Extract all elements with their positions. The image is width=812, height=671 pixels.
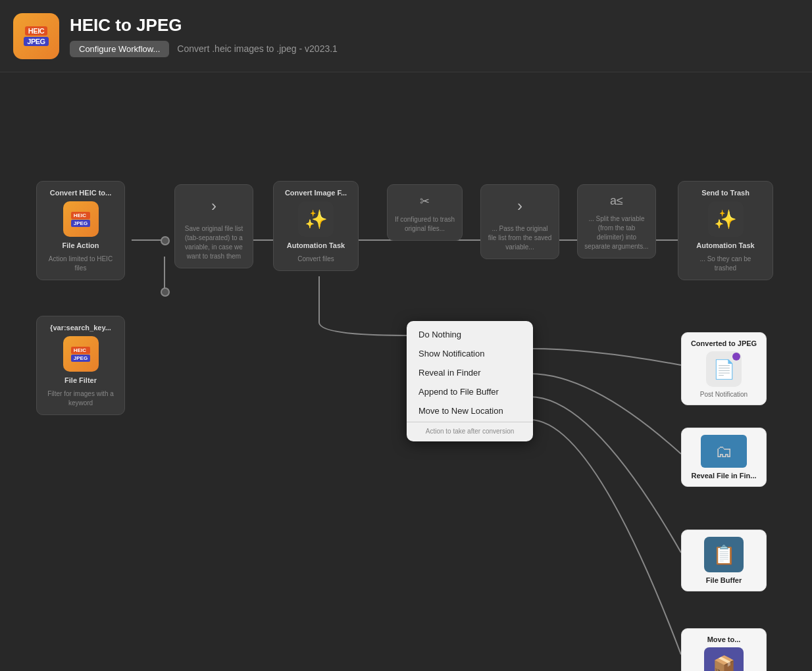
send-to-trash-icon: ✨ [708, 201, 744, 237]
filter-heic-jpeg-mini-icon: HEIC JPEG [71, 347, 90, 362]
convert-heic-title: Convert HEIC to... [50, 188, 112, 197]
save-variable-desc: Save original file list (tab-separated) … [182, 224, 246, 261]
header: HEIC JPEG HEIC to JPEG Configure Workflo… [0, 0, 812, 72]
post-notification-node[interactable]: Converted to JPEG 📄 Post Notification [681, 332, 767, 405]
header-text: HEIC to JPEG Configure Workflow... Conve… [70, 15, 338, 57]
if-configured-desc: If configured to trash original files... [394, 215, 455, 234]
app-icon: HEIC JPEG [13, 13, 59, 59]
file-buffer-node[interactable]: 📋 File Buffer [681, 530, 767, 591]
send-to-trash-type: Automation Task [696, 241, 754, 250]
convert-image-node[interactable]: Convert Image F... ✨ Automation Task Con… [273, 181, 359, 271]
split-variable-node[interactable]: a≤ ... Split the variable (from the tab … [577, 184, 656, 259]
notification-badge [732, 353, 740, 360]
split-variable-desc: ... Split the variable (from the tab del… [584, 214, 649, 251]
convert-image-desc: Convert files [297, 255, 334, 264]
action-dropdown[interactable]: Do Nothing Show Notification Reveal in F… [407, 321, 533, 441]
move-alfred-node[interactable]: Move to... 📦 Action in Alfred [681, 628, 767, 671]
header-sub: Configure Workflow... Convert .heic imag… [70, 41, 338, 57]
connection-dot-1 [161, 236, 170, 245]
move-alfred-title: Move to... [707, 635, 741, 643]
heic-jpeg-mini-icon: HEIC JPEG [71, 212, 90, 227]
app-icon-jpeg-label: JPEG [24, 37, 48, 46]
convert-image-icon: ✨ [298, 201, 334, 237]
post-notification-icon: 📄 [706, 351, 742, 387]
file-buffer-icon: 📋 [704, 537, 744, 572]
reveal-finder-icon: 🗂 [701, 435, 747, 468]
file-filter-desc: Filter for images with a keyword [45, 389, 117, 408]
reveal-finder-node[interactable]: 🗂 Reveal File in Fin... [681, 428, 767, 487]
scissors-icon: ✂ [417, 191, 432, 211]
file-filter-var-title: {var:search_key... [50, 323, 111, 332]
pass-original-desc: ... Pass the original file list from the… [488, 224, 552, 252]
app-icon-heic-label: HEIC [25, 26, 47, 36]
send-to-trash-desc: ... So they can be trashed [690, 255, 762, 273]
connection-dot-2 [161, 287, 170, 297]
convert-heic-type: File Action [63, 241, 99, 250]
dropdown-item-show-notification[interactable]: Show Notification [407, 344, 533, 363]
convert-image-type: Automation Task [287, 241, 345, 250]
header-description: Convert .heic images to .jpeg - v2023.1 [177, 43, 338, 54]
send-to-trash-node[interactable]: Send to Trash ✨ Automation Task ... So t… [678, 181, 773, 280]
split-icon: a≤ [607, 191, 626, 211]
post-notification-sub: Post Notification [700, 391, 748, 398]
header-title: HEIC to JPEG [70, 15, 338, 36]
reveal-finder-title: Reveal File in Fin... [691, 472, 756, 480]
convert-image-title: Convert Image F... [285, 188, 347, 197]
dropdown-item-do-nothing[interactable]: Do Nothing [407, 325, 533, 344]
file-filter-icon: HEIC JPEG [63, 336, 99, 372]
dropdown-separator [407, 422, 533, 422]
chevron-right-icon: › [206, 191, 222, 220]
configure-workflow-button[interactable]: Configure Workflow... [70, 41, 169, 57]
workflow-canvas: Convert HEIC to... HEIC JPEG File Action… [0, 72, 812, 671]
file-buffer-title: File Buffer [706, 576, 742, 584]
convert-heic-node[interactable]: Convert HEIC to... HEIC JPEG File Action… [36, 181, 125, 280]
post-notification-title: Converted to JPEG [691, 339, 757, 347]
file-filter-node[interactable]: {var:search_key... HEIC JPEG File Filter… [36, 316, 125, 415]
send-to-trash-title: Send to Trash [701, 188, 749, 197]
move-alfred-icon: 📦 [704, 647, 744, 671]
dropdown-footer-label: Action to take after conversion [407, 424, 533, 437]
file-filter-type: File Filter [64, 376, 97, 385]
save-variable-node[interactable]: › Save original file list (tab-separated… [174, 184, 253, 268]
chevron-right-2-icon: › [512, 191, 528, 220]
convert-heic-desc: Action limited to HEIC files [45, 255, 117, 273]
convert-heic-icon: HEIC JPEG [63, 201, 99, 237]
pass-original-node[interactable]: › ... Pass the original file list from t… [480, 184, 559, 259]
dropdown-item-reveal-finder[interactable]: Reveal in Finder [407, 363, 533, 382]
if-configured-node[interactable]: ✂ If configured to trash original files.… [387, 184, 463, 241]
dropdown-item-append-buffer[interactable]: Append to File Buffer [407, 382, 533, 401]
dropdown-item-move-location[interactable]: Move to New Location [407, 401, 533, 420]
